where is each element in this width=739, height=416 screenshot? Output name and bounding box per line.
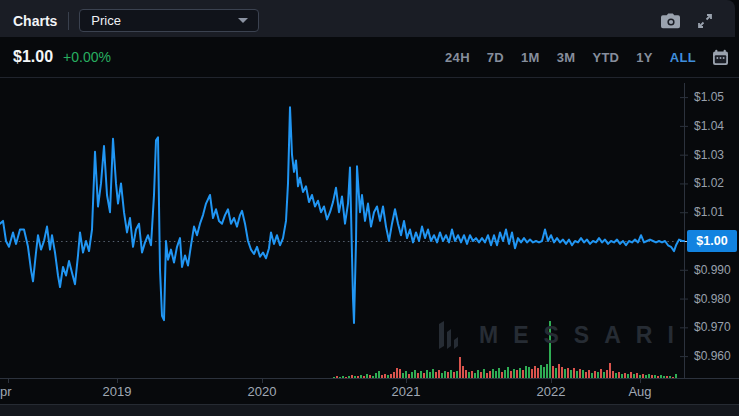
bottom-strip	[0, 404, 739, 416]
chart-area: $1.05$1.04$1.03$1.02$1.01$0.990$0.980$0.…	[0, 79, 739, 405]
range-button-1y[interactable]: 1Y	[636, 50, 653, 65]
expand-icon[interactable]	[697, 13, 713, 29]
range-button-all[interactable]: ALL	[670, 50, 696, 65]
camera-icon[interactable]	[660, 12, 682, 30]
x-tick-label: 2019	[103, 384, 132, 399]
y-tick-label: $1.01	[694, 205, 724, 219]
y-tick-label: $0.960	[694, 349, 731, 363]
metric-dropdown-value: Price	[91, 13, 121, 28]
y-tick-label: $1.02	[694, 176, 724, 190]
y-tick-label: $0.980	[694, 292, 731, 306]
watermark: MESSARI	[437, 320, 689, 350]
range-button-7d[interactable]: 7D	[487, 50, 504, 65]
current-price: $1.00	[13, 48, 53, 66]
watermark-text: MESSARI	[479, 322, 689, 349]
charts-title: Charts	[13, 13, 57, 29]
y-tick-label: $1.04	[694, 119, 724, 133]
price-chart-widget: Charts Price $1.00 +0.00% 24H7D1M3MYTD1Y…	[0, 0, 739, 416]
time-range-selector: 24H7D1M3MYTD1YALL	[445, 50, 696, 65]
current-price-badge: $1.00	[687, 230, 737, 252]
price-row: $1.00 +0.00% 24H7D1M3MYTD1YALL	[0, 37, 739, 78]
y-tick-label: $1.05	[694, 90, 724, 104]
chevron-down-icon	[238, 18, 248, 23]
price-change: +0.00%	[63, 49, 111, 65]
metric-dropdown[interactable]: Price	[79, 9, 259, 32]
toolbar-icons	[660, 12, 723, 30]
x-tick-label: Aug	[628, 384, 651, 399]
calendar-icon[interactable]	[712, 49, 729, 66]
x-tick-label: pr	[0, 384, 12, 399]
range-button-3m[interactable]: 3M	[557, 50, 576, 65]
x-tick-label: 2022	[537, 384, 566, 399]
messari-logo-icon	[437, 320, 467, 350]
toolbar-divider	[68, 12, 69, 30]
range-button-24h[interactable]: 24H	[445, 50, 470, 65]
price-line-chart[interactable]	[0, 79, 739, 405]
range-button-1m[interactable]: 1M	[521, 50, 540, 65]
y-tick-label: $0.970	[694, 320, 731, 334]
range-button-ytd[interactable]: YTD	[592, 50, 619, 65]
y-tick-label: $1.03	[694, 148, 724, 162]
x-tick-label: 2021	[392, 384, 421, 399]
x-tick-label: 2020	[248, 384, 277, 399]
y-tick-label: $0.990	[694, 263, 731, 277]
chart-toolbar: Charts Price	[0, 0, 735, 37]
